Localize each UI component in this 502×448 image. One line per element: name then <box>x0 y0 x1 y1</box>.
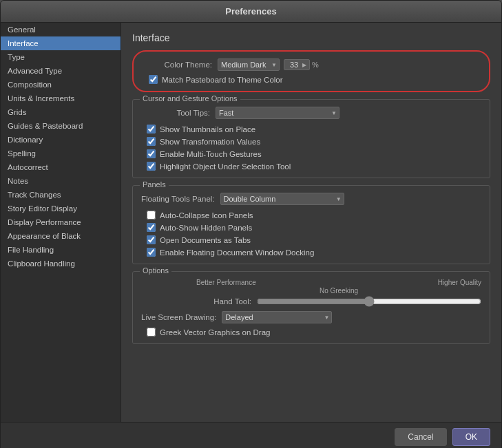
sidebar-item[interactable]: Grids <box>1 105 121 119</box>
higher-quality-label: Higher Quality <box>438 279 481 286</box>
highlight-object-row: Highlight Object Under Selection Tool <box>147 162 481 171</box>
panels-section: Panels Floating Tools Panel: Double Colu… <box>132 185 490 264</box>
dialog-title: Preferences <box>225 6 276 17</box>
brightness-box: 33 ▶ <box>284 59 310 70</box>
panel-title: Interface <box>132 32 490 43</box>
enable-floating-label[interactable]: Enable Floating Document Window Docking <box>160 248 314 257</box>
color-theme-row: Color Theme: Medium Dark Light Dark 33 ▶… <box>143 58 479 71</box>
hand-tool-label: Hand Tool: <box>196 297 251 306</box>
match-pasteboard-checkbox[interactable] <box>149 75 158 84</box>
sidebar-item[interactable]: Units & Increments <box>1 92 121 105</box>
enable-floating-checkbox[interactable] <box>147 248 156 257</box>
panels-section-label: Panels <box>140 180 169 189</box>
sidebar-item[interactable]: Interface <box>1 36 121 50</box>
title-bar: Preferences <box>1 1 501 23</box>
cancel-button[interactable]: Cancel <box>395 428 446 446</box>
tooltips-select[interactable]: Fast Normal None <box>216 107 339 119</box>
appearance-section: Color Theme: Medium Dark Light Dark 33 ▶… <box>132 50 490 92</box>
slider-top-labels: Better Performance Higher Quality <box>196 279 481 286</box>
enable-multitouch-label[interactable]: Enable Multi-Touch Gestures <box>160 150 262 158</box>
live-screen-select[interactable]: Delayed Never Immediate <box>222 311 332 323</box>
show-transformation-checkbox[interactable] <box>147 137 156 146</box>
open-docs-checkbox[interactable] <box>147 235 156 244</box>
better-performance-label: Better Performance <box>196 279 256 286</box>
floating-tools-select-wrapper[interactable]: Double Column Single Column None <box>220 193 344 205</box>
brightness-unit: % <box>312 61 319 69</box>
auto-collapse-row: Auto-Collapse Icon Panels <box>147 211 481 220</box>
sidebar-item[interactable]: Type <box>1 50 121 64</box>
sidebar-item[interactable]: Clipboard Handling <box>1 257 121 270</box>
hand-tool-slider[interactable] <box>257 296 481 307</box>
brightness-arrow[interactable]: ▶ <box>302 62 306 68</box>
options-section-label: Options <box>140 266 171 275</box>
dialog-footer: Cancel OK <box>1 422 501 448</box>
floating-tools-row: Floating Tools Panel: Double Column Sing… <box>141 193 481 205</box>
auto-show-checkbox[interactable] <box>147 223 156 232</box>
live-screen-label: Live Screen Drawing: <box>141 313 216 321</box>
ok-button[interactable]: OK <box>452 428 490 446</box>
dialog-content: GeneralInterfaceTypeAdvanced TypeComposi… <box>1 23 501 422</box>
sidebar-item[interactable]: Story Editor Display <box>1 202 121 215</box>
enable-multitouch-row: Enable Multi-Touch Gestures <box>147 149 481 158</box>
sidebar-item[interactable]: File Handling <box>1 243 121 257</box>
open-docs-label[interactable]: Open Documents as Tabs <box>160 236 251 244</box>
show-thumbnails-row: Show Thumbnails on Place <box>147 125 481 134</box>
hand-tool-row: Better Performance Higher Quality No Gre… <box>196 279 481 307</box>
show-thumbnails-label[interactable]: Show Thumbnails on Place <box>160 125 255 134</box>
highlight-object-label[interactable]: Highlight Object Under Selection Tool <box>160 162 291 171</box>
no-greeking-label: No Greeking <box>196 287 481 295</box>
sidebar-item[interactable]: General <box>1 23 121 36</box>
enable-floating-row: Enable Floating Document Window Docking <box>147 248 481 257</box>
sidebar-item[interactable]: Appearance of Black <box>1 229 121 243</box>
show-transformation-label[interactable]: Show Transformation Values <box>160 138 260 146</box>
floating-tools-label: Floating Tools Panel: <box>141 195 215 203</box>
color-theme-select-wrapper[interactable]: Medium Dark Light Dark <box>218 58 280 71</box>
highlight-object-checkbox[interactable] <box>147 162 156 171</box>
auto-show-row: Auto-Show Hidden Panels <box>147 223 481 232</box>
sidebar-item[interactable]: Autocorrect <box>1 160 121 174</box>
sidebar-item[interactable]: Track Changes <box>1 188 121 202</box>
cursor-section-label: Cursor and Gesture Options <box>140 94 240 103</box>
preferences-dialog: Preferences GeneralInterfaceTypeAdvanced… <box>0 0 502 448</box>
sidebar-item[interactable]: Advanced Type <box>1 64 121 78</box>
live-screen-select-wrapper[interactable]: Delayed Never Immediate <box>222 311 332 323</box>
enable-multitouch-checkbox[interactable] <box>147 149 156 158</box>
sidebar-item[interactable]: Spelling <box>1 147 121 160</box>
sidebar-item[interactable]: Dictionary <box>1 133 121 147</box>
tooltips-row: Tool Tips: Fast Normal None <box>141 107 481 119</box>
auto-collapse-checkbox[interactable] <box>147 211 156 220</box>
tooltips-label: Tool Tips: <box>141 109 210 117</box>
open-docs-row: Open Documents as Tabs <box>147 235 481 244</box>
greek-vector-row: Greek Vector Graphics on Drag <box>147 328 481 337</box>
color-theme-label: Color Theme: <box>143 61 212 69</box>
floating-tools-select[interactable]: Double Column Single Column None <box>220 193 344 205</box>
main-panel: Interface Color Theme: Medium Dark Light… <box>121 23 501 422</box>
options-section: Options Better Performance Higher Qualit… <box>132 271 490 344</box>
color-theme-select[interactable]: Medium Dark Light Dark <box>218 58 280 71</box>
live-screen-row: Live Screen Drawing: Delayed Never Immed… <box>141 311 481 323</box>
greek-vector-label[interactable]: Greek Vector Graphics on Drag <box>160 328 270 337</box>
show-thumbnails-checkbox[interactable] <box>147 125 156 134</box>
auto-collapse-label[interactable]: Auto-Collapse Icon Panels <box>160 211 253 220</box>
cursor-section: Cursor and Gesture Options Tool Tips: Fa… <box>132 99 490 178</box>
sidebar-item[interactable]: Display Performance <box>1 215 121 229</box>
auto-show-label[interactable]: Auto-Show Hidden Panels <box>160 224 252 232</box>
sidebar-item[interactable]: Composition <box>1 78 121 92</box>
show-transformation-row: Show Transformation Values <box>147 137 481 146</box>
sidebar-item[interactable]: Notes <box>1 174 121 188</box>
hand-tool-slider-row: Hand Tool: <box>196 296 481 307</box>
tooltips-select-wrapper[interactable]: Fast Normal None <box>216 107 339 119</box>
sidebar: GeneralInterfaceTypeAdvanced TypeComposi… <box>1 23 121 422</box>
match-pasteboard-label[interactable]: Match Pasteboard to Theme Color <box>162 76 283 84</box>
match-pasteboard-row: Match Pasteboard to Theme Color <box>149 75 479 84</box>
sidebar-item[interactable]: Guides & Pasteboard <box>1 119 121 133</box>
brightness-value: 33 <box>287 61 301 69</box>
greek-vector-checkbox[interactable] <box>147 328 156 337</box>
